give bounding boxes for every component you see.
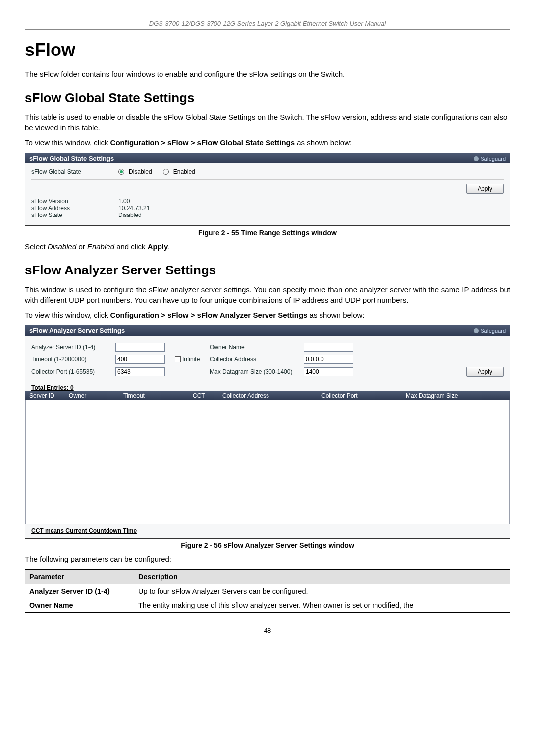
safeguard-icon bbox=[474, 328, 479, 333]
analyzer-nav-path: Configuration > sFlow > sFlow Analyzer S… bbox=[110, 311, 308, 319]
param-name: Analyzer Server ID (1-4) bbox=[25, 584, 134, 598]
global-panel: sFlow Global State Settings Safeguard sF… bbox=[25, 153, 510, 226]
analyzer-panel: sFlow Analyzer Server Settings Safeguard… bbox=[25, 325, 510, 539]
params-th-parameter: Parameter bbox=[25, 570, 134, 584]
global-nav-path: Configuration > sFlow > sFlow Global Sta… bbox=[110, 138, 295, 147]
timeout-label: Timeout (1-2000000) bbox=[31, 356, 115, 363]
safeguard-label: Safeguard bbox=[481, 328, 506, 334]
analyzer-desc: This window is used to configure the sFl… bbox=[25, 285, 510, 305]
owner-name-input[interactable] bbox=[304, 343, 353, 352]
max-datagram-label: Max Datagram Size (300-1400) bbox=[210, 368, 304, 375]
heading-sflow: sFlow bbox=[25, 40, 510, 60]
select-disabled: Disabled bbox=[48, 242, 76, 251]
table-row: Owner Name The entity making use of this… bbox=[25, 598, 510, 613]
select-pre: Select bbox=[25, 242, 48, 251]
analyzer-nav-post: as shown below: bbox=[307, 311, 364, 319]
infinite-label: Infinite bbox=[182, 356, 200, 363]
radio-enabled-label: Enabled bbox=[173, 168, 195, 175]
figure-2-56: Figure 2 - 56 sFlow Analyzer Server Sett… bbox=[25, 541, 510, 549]
param-desc: Up to four sFlow Analyzer Servers can be… bbox=[134, 584, 510, 598]
select-apply: Apply bbox=[148, 242, 168, 251]
version-value: 1.00 bbox=[118, 198, 193, 205]
select-instruction: Select Disabled or Enabled and click App… bbox=[25, 242, 510, 252]
col-collector-port: Collector Port bbox=[321, 392, 406, 399]
sstate-label: sFlow State bbox=[31, 212, 115, 218]
heading-global: sFlow Global State Settings bbox=[25, 90, 510, 106]
col-max-datagram: Max Datagram Size bbox=[406, 392, 506, 399]
radio-disabled-label: Disabled bbox=[129, 168, 152, 175]
global-nav: To view this window, click Configuration… bbox=[25, 138, 510, 148]
select-or: or bbox=[76, 242, 87, 251]
doc-header: DGS-3700-12/DGS-3700-12G Series Layer 2 … bbox=[25, 20, 510, 30]
param-name: Owner Name bbox=[25, 598, 134, 613]
server-id-input[interactable] bbox=[115, 343, 165, 352]
select-post2: . bbox=[168, 242, 170, 251]
apply-button[interactable]: Apply bbox=[466, 184, 504, 194]
params-th-description: Description bbox=[134, 570, 510, 584]
global-nav-post: as shown below: bbox=[295, 138, 352, 147]
col-cct: CCT bbox=[193, 392, 222, 399]
select-enabled: Enabled bbox=[87, 242, 114, 251]
safeguard-icon bbox=[474, 156, 479, 161]
address-value: 10.24.73.21 bbox=[118, 205, 193, 212]
timeout-input[interactable] bbox=[115, 355, 165, 364]
col-timeout: Timeout bbox=[123, 392, 193, 399]
col-server-id: Server ID bbox=[29, 392, 69, 399]
analyzer-nav: To view this window, click Configuration… bbox=[25, 310, 510, 320]
col-collector-address: Collector Address bbox=[222, 392, 321, 399]
params-table: Parameter Description Analyzer Server ID… bbox=[25, 569, 510, 613]
analyzer-table-body bbox=[25, 400, 510, 524]
global-panel-body: sFlow Global State Disabled Enabled Appl… bbox=[25, 163, 510, 225]
heading-analyzer: sFlow Analyzer Server Settings bbox=[25, 263, 510, 278]
collector-port-label: Collector Port (1-65535) bbox=[31, 368, 115, 375]
global-desc: This table is used to enable or disable … bbox=[25, 112, 510, 133]
page-number: 48 bbox=[25, 627, 510, 634]
collector-address-input[interactable] bbox=[304, 355, 353, 364]
safeguard-badge: Safeguard bbox=[474, 156, 506, 162]
global-panel-title-bar: sFlow Global State Settings Safeguard bbox=[25, 153, 510, 163]
total-entries: Total Entries: 0 bbox=[31, 384, 504, 391]
global-panel-title: sFlow Global State Settings bbox=[29, 155, 114, 162]
intro-paragraph: The sFlow folder contains four windows t… bbox=[25, 69, 510, 79]
radio-enabled[interactable] bbox=[163, 169, 169, 175]
analyzer-panel-title-bar: sFlow Analyzer Server Settings Safeguard bbox=[25, 325, 510, 336]
analyzer-panel-title: sFlow Analyzer Server Settings bbox=[29, 327, 125, 334]
analyzer-apply-button[interactable]: Apply bbox=[466, 367, 504, 377]
safeguard-badge: Safeguard bbox=[474, 328, 506, 334]
radio-disabled[interactable] bbox=[118, 169, 124, 175]
version-label: sFlow Version bbox=[31, 198, 115, 205]
param-desc: The entity making use of this sflow anal… bbox=[134, 598, 510, 613]
global-nav-pre: To view this window, click bbox=[25, 138, 110, 147]
analyzer-panel-body: Analyzer Server ID (1-4) Owner Name Time… bbox=[25, 336, 510, 538]
server-id-label: Analyzer Server ID (1-4) bbox=[31, 344, 115, 351]
address-label: sFlow Address bbox=[31, 205, 115, 212]
sstate-value: Disabled bbox=[118, 212, 193, 218]
analyzer-table-header: Server ID Owner Timeout CCT Collector Ad… bbox=[25, 391, 510, 400]
figure-2-55: Figure 2 - 55 Time Range Settings window bbox=[25, 229, 510, 237]
max-datagram-input[interactable] bbox=[304, 367, 353, 376]
collector-address-label: Collector Address bbox=[210, 356, 304, 363]
analyzer-nav-pre: To view this window, click bbox=[25, 311, 110, 319]
params-intro: The following parameters can be configur… bbox=[25, 554, 510, 564]
col-owner: Owner bbox=[69, 392, 123, 399]
cct-note: CCT means Current Countdown Time bbox=[31, 524, 504, 536]
table-row: Analyzer Server ID (1-4) Up to four sFlo… bbox=[25, 584, 510, 598]
owner-name-label: Owner Name bbox=[210, 344, 304, 351]
global-state-label: sFlow Global State bbox=[31, 168, 115, 175]
safeguard-label: Safeguard bbox=[481, 156, 506, 162]
collector-port-input[interactable] bbox=[115, 367, 165, 376]
infinite-checkbox[interactable] bbox=[175, 356, 181, 362]
select-post1: and click bbox=[114, 242, 148, 251]
